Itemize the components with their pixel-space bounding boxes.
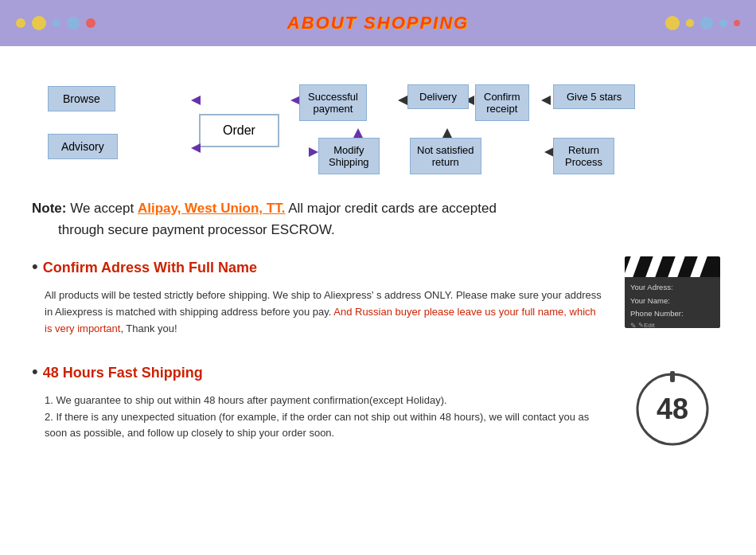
shipping-text-2: 2. If there is any unexpected situation … [45,411,589,440]
flow-box-give-5-stars: Give 5 stars [553,84,635,109]
svg-marker-9 [309,147,318,157]
flow-box-not-satisfied-return: Not satisfiedreturn [410,138,481,174]
dot [16,18,25,28]
dot [67,17,80,29]
shipping-body: 1. We guarantee to ship out within 48 ho… [45,393,605,442]
flow-box-return-process: ReturnProcess [553,138,614,174]
svg-marker-1 [191,143,201,153]
note-paragraph: Note: We accept Alipay, West Union, TT. … [32,197,724,240]
bullet-2: • [32,362,38,382]
confirm-address-body: All products will be tested strictly bef… [45,287,605,337]
svg-marker-6 [353,128,363,138]
dot [686,19,694,27]
hours-circle-image: 48 [621,362,724,449]
shipping-text-1: 1. We guarantee to ship out within 48 ho… [45,394,447,406]
shipping-row: • 48 Hours Fast Shipping 1. We guarantee… [32,362,724,449]
dot [719,19,727,27]
hours-number: 48 [657,393,688,426]
note-link[interactable]: Alipay, West Union, TT. [138,201,285,216]
dot [86,18,95,28]
page-header: ABOUT SHOPPING [0,0,756,46]
flow-diagram-section: Browse Advisory Order [0,46,756,190]
clapperboard-image: Your Adress: Your Name: Phone Number: ✎✎… [621,256,724,328]
dot [665,16,680,30]
dot [700,17,713,29]
dot [32,16,46,30]
svg-marker-7 [442,128,452,138]
note-text1: We accept [70,201,138,216]
svg-rect-11 [670,371,675,382]
edit-badge[interactable]: ✎✎Edit [630,322,715,329]
flow-box-confirm-receipt: Confirmreceipt [475,84,529,121]
dot [734,20,740,26]
svg-marker-0 [191,96,201,105]
note-label: Note: [32,201,66,216]
body-text-2: , Thank you! [120,322,177,334]
confirm-address-title: Confirm Adress With Full Name [43,260,257,276]
confirm-address-row: • Confirm Adress With Full Name All prod… [32,256,724,337]
clapper-text: Your Adress: Your Name: Phone Number: [630,281,715,319]
flow-box-delivery: Delivery [407,84,469,109]
svg-marker-3 [398,96,407,105]
page-title: ABOUT SHOPPING [287,13,469,33]
header-dots-left [16,16,95,30]
shipping-section: • 48 Hours Fast Shipping 1. We guarantee… [0,354,756,449]
header-dots-right [665,16,740,30]
bullet-1: • [32,256,38,277]
confirm-address-section: • Confirm Adress With Full Name All prod… [0,248,756,337]
flow-box-successful-payment: Successfulpayment [299,84,367,121]
confirm-address-content: • Confirm Adress With Full Name All prod… [32,256,605,337]
flow-box-modify-shipping: ModifyShipping [318,138,380,174]
shipping-content: • 48 Hours Fast Shipping 1. We guarantee… [32,362,605,442]
shipping-title: 48 Hours Fast Shipping [43,365,203,381]
dot [53,19,60,27]
note-section: Note: We accept Alipay, West Union, TT. … [0,190,756,248]
svg-marker-5 [541,96,551,105]
